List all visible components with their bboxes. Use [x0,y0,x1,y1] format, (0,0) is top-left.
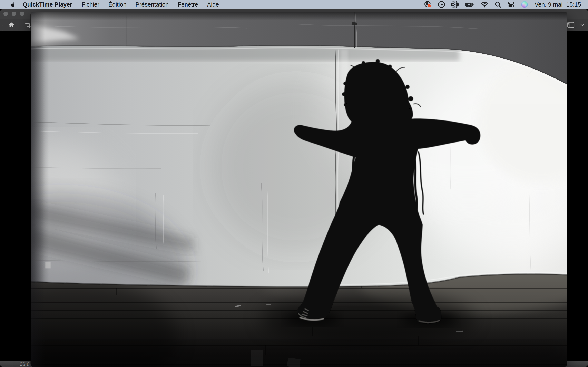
airdrop-icon[interactable] [451,0,458,9]
siri-icon[interactable] [521,0,528,9]
now-playing-icon[interactable] [438,0,445,9]
menu-bar: QuickTime Player Fichier Édition Présent… [0,0,588,9]
sidebar-toggle-icon[interactable] [566,19,575,31]
menu-bar-clock[interactable]: Ven. 9 mai 15:15 [535,1,581,8]
clock-time: 15:15 [566,1,581,8]
statusbar-divider [17,361,17,367]
menu-item-fichier[interactable]: Fichier [77,0,104,9]
zoom-level-value: 66,6 [20,361,30,367]
control-center-icon[interactable] [508,0,515,9]
menu-app-name[interactable]: QuickTime Player [18,0,77,9]
chevron-down-icon[interactable] [578,19,586,31]
apple-menu-icon[interactable] [10,1,16,8]
wifi-icon[interactable] [481,0,488,9]
menu-item-fenetre[interactable]: Fenêtre [173,0,203,9]
toolbar-divider [22,20,22,30]
battery-charging-icon[interactable] [465,0,475,9]
screen-recording-indicator-icon[interactable] [424,0,432,9]
menu-item-aide[interactable]: Aide [203,0,223,9]
backdrop-tape-patch [45,262,51,268]
quicktime-video-window[interactable] [31,12,567,367]
clock-date: Ven. 9 mai [535,1,562,8]
close-button[interactable] [3,12,8,16]
menu-item-edition[interactable]: Édition [104,0,131,9]
video-frame [31,12,567,367]
drag-handle-dots[interactable] [2,22,2,31]
spotlight-icon[interactable] [495,0,502,9]
minimize-button[interactable] [12,12,16,16]
menu-item-presentation[interactable]: Présentation [131,0,173,9]
home-icon[interactable] [7,19,16,31]
zoom-button[interactable] [20,12,24,16]
